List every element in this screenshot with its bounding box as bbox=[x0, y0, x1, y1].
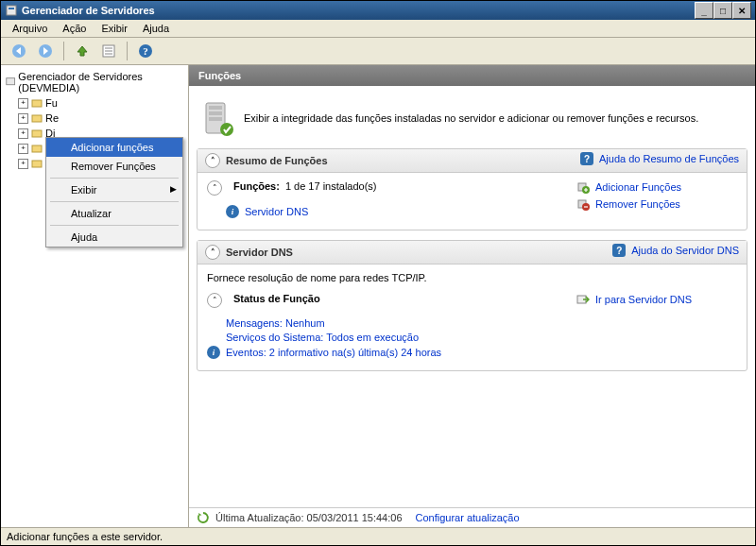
close-button[interactable]: ✕ bbox=[732, 2, 751, 19]
ctx-view-label: Exibir bbox=[71, 184, 97, 196]
ctx-refresh[interactable]: Atualizar bbox=[46, 204, 182, 223]
maximize-button[interactable]: □ bbox=[713, 2, 732, 19]
info-icon: i bbox=[226, 205, 239, 218]
ctx-separator bbox=[50, 201, 179, 202]
app-icon bbox=[5, 4, 18, 17]
folder-icon bbox=[30, 157, 43, 170]
main-header: Funções bbox=[189, 65, 755, 86]
dns-messages[interactable]: Mensagens: Nenhum bbox=[207, 317, 576, 329]
expand-icon[interactable]: + bbox=[18, 144, 28, 154]
menu-ajuda[interactable]: Ajuda bbox=[135, 21, 177, 36]
panel-header: ˄ Resumo de Funções ? Ajuda do Resumo de… bbox=[198, 149, 747, 173]
expand-icon[interactable]: + bbox=[18, 159, 28, 169]
separator bbox=[127, 42, 128, 60]
role-dns-label: Servidor DNS bbox=[245, 206, 308, 217]
dns-events[interactable]: i Eventos: 2 informativo na(s) última(s)… bbox=[207, 346, 576, 359]
server-icon bbox=[5, 76, 16, 89]
folder-icon bbox=[30, 96, 43, 110]
folder-icon bbox=[30, 127, 43, 140]
tree-pane[interactable]: Gerenciador de Servidores (DEVMEDIA) +Fu… bbox=[1, 65, 189, 527]
toolbar: ? bbox=[1, 38, 755, 65]
expand-icon[interactable]: + bbox=[18, 98, 28, 109]
roles-count: ˄ Funções: 1 de 17 instalado(s) bbox=[207, 180, 576, 196]
remove-roles-label: Remover Funções bbox=[595, 198, 680, 210]
back-button[interactable] bbox=[7, 39, 31, 63]
forward-button[interactable] bbox=[33, 39, 58, 63]
properties-button[interactable] bbox=[96, 39, 121, 63]
expand-icon[interactable]: + bbox=[18, 113, 28, 124]
roles-count-value: 1 de 17 instalado(s) bbox=[285, 180, 377, 196]
remove-icon bbox=[576, 197, 590, 211]
svg-rect-0 bbox=[7, 6, 16, 15]
titlebar: Gerenciador de Servidores _ □ ✕ bbox=[1, 1, 755, 20]
add-roles-link[interactable]: Adicionar Funções bbox=[576, 180, 737, 194]
goto-dns-link[interactable]: Ir para Servidor DNS bbox=[576, 293, 737, 306]
tree-root-node[interactable]: Gerenciador de Servidores (DEVMEDIA) bbox=[1, 69, 188, 95]
menu-arquivo[interactable]: Arquivo bbox=[5, 21, 55, 36]
help-icon: ? bbox=[580, 152, 593, 165]
configure-update-link[interactable]: Configurar atualização bbox=[416, 512, 520, 523]
panel-header: ˄ Servidor DNS ? Ajuda do Servidor DNS bbox=[198, 241, 747, 264]
statusbar-text: Adicionar funções a este servidor. bbox=[7, 531, 163, 542]
info-icon: i bbox=[207, 346, 220, 359]
help-button[interactable]: ? bbox=[133, 39, 158, 63]
ctx-view[interactable]: Exibir▶ bbox=[46, 180, 182, 199]
dns-events-label: Eventos: 2 informativo na(s) última(s) 2… bbox=[226, 347, 441, 358]
ctx-remove-roles[interactable]: Remover Funções bbox=[46, 157, 182, 176]
right-column: Adicionar Funções Remover Funções bbox=[576, 180, 737, 222]
banner: Exibir a integridade das funções instala… bbox=[197, 94, 747, 148]
menu-exibir[interactable]: Exibir bbox=[94, 21, 135, 36]
separator bbox=[63, 42, 64, 60]
tree-item[interactable]: +Fu bbox=[1, 95, 188, 111]
svg-rect-11 bbox=[32, 100, 42, 107]
tree-root-label: Gerenciador de Servidores (DEVMEDIA) bbox=[18, 71, 184, 94]
context-menu: Adicionar funções Remover Funções Exibir… bbox=[45, 137, 183, 247]
menubar: Arquivo Ação Exibir Ajuda bbox=[1, 20, 755, 38]
collapse-icon[interactable]: ˄ bbox=[207, 180, 222, 196]
collapse-icon[interactable]: ˄ bbox=[207, 293, 222, 308]
window-root: Gerenciador de Servidores _ □ ✕ Arquivo … bbox=[0, 0, 756, 546]
collapse-icon[interactable]: ˄ bbox=[205, 153, 220, 168]
panel-help[interactable]: ? Ajuda do Servidor DNS bbox=[612, 244, 739, 257]
panel-help[interactable]: ? Ajuda do Resumo de Funções bbox=[580, 152, 739, 165]
right-column: Ir para Servidor DNS bbox=[576, 293, 737, 363]
ctx-separator bbox=[50, 225, 179, 226]
goto-icon bbox=[576, 293, 590, 306]
roles-summary-panel: ˄ Resumo de Funções ? Ajuda do Resumo de… bbox=[197, 148, 747, 230]
goto-dns-label: Ir para Servidor DNS bbox=[595, 294, 692, 305]
panel-body: ˄ Funções: 1 de 17 instalado(s) i Servid… bbox=[198, 173, 747, 230]
body: Gerenciador de Servidores (DEVMEDIA) +Fu… bbox=[1, 65, 755, 527]
svg-rect-17 bbox=[209, 106, 222, 110]
last-update-label: Última Atualização: 05/03/2011 15:44:06 bbox=[215, 512, 403, 523]
dns-status-row: ˄ Status de Função Mensagens: Nenhum Ser… bbox=[207, 293, 737, 363]
svg-rect-1 bbox=[9, 8, 14, 9]
svg-rect-14 bbox=[32, 145, 42, 152]
last-update-line: Última Atualização: 05/03/2011 15:44:06 … bbox=[189, 507, 755, 527]
svg-rect-19 bbox=[209, 117, 222, 121]
ctx-add-roles[interactable]: Adicionar funções bbox=[46, 138, 182, 157]
remove-roles-link[interactable]: Remover Funções bbox=[576, 197, 737, 211]
folder-icon bbox=[30, 111, 43, 125]
ctx-separator bbox=[50, 178, 179, 179]
expand-icon[interactable]: + bbox=[18, 128, 28, 139]
menu-acao[interactable]: Ação bbox=[55, 21, 94, 36]
status-heading: ˄ Status de Função bbox=[207, 293, 576, 308]
left-column: ˄ Status de Função Mensagens: Nenhum Ser… bbox=[207, 293, 576, 363]
help-icon: ? bbox=[612, 244, 626, 257]
tree-item[interactable]: +Re bbox=[1, 111, 188, 126]
dns-services[interactable]: Serviços do Sistema: Todos em execução bbox=[207, 332, 576, 343]
role-dns[interactable]: i Servidor DNS bbox=[207, 205, 576, 218]
window-title: Gerenciador de Servidores bbox=[22, 5, 695, 16]
collapse-icon[interactable]: ˄ bbox=[205, 245, 220, 260]
panel-title: Servidor DNS bbox=[226, 247, 293, 258]
left-column: ˄ Funções: 1 de 17 instalado(s) i Servid… bbox=[207, 180, 576, 222]
minimize-button[interactable]: _ bbox=[695, 2, 713, 19]
up-button[interactable] bbox=[70, 39, 94, 63]
chevron-right-icon: ▶ bbox=[170, 184, 177, 194]
folder-icon bbox=[30, 142, 43, 155]
banner-text: Exibir a integridade das funções instala… bbox=[244, 112, 698, 124]
panel-body: Fornece resolução de nome para redes TCP… bbox=[198, 264, 747, 370]
window-buttons: _ □ ✕ bbox=[695, 2, 751, 19]
panel-help-label: Ajuda do Resumo de Funções bbox=[599, 153, 739, 164]
ctx-help[interactable]: Ajuda bbox=[46, 228, 182, 247]
